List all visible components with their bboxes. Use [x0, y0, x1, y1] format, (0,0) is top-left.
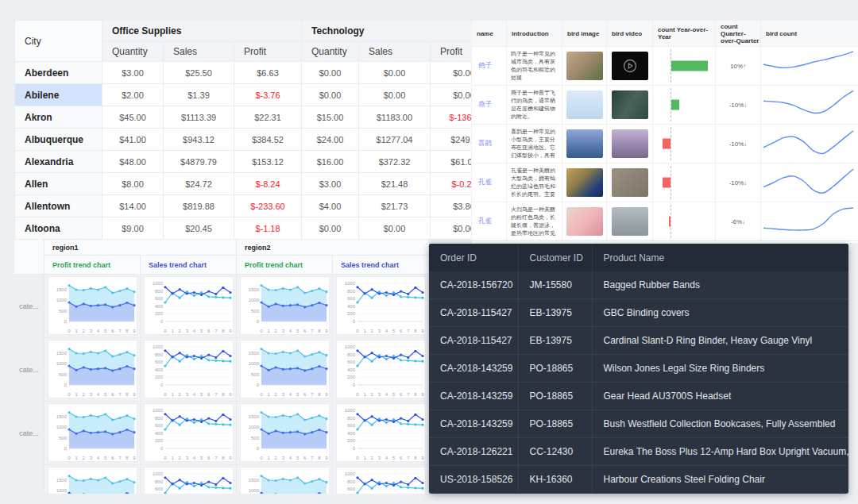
bird-video-thumbnail[interactable] — [612, 129, 648, 158]
svg-text:9: 9 — [133, 329, 136, 333]
table-row[interactable]: CA-2018-143259PO-18865Bush Westfield Col… — [429, 410, 848, 438]
arrow-down-icon: ↓ — [744, 179, 747, 187]
pivot-city-cell[interactable]: Akron — [15, 106, 102, 129]
bird-image-thumbnail[interactable] — [566, 129, 603, 158]
pivot-city-cell[interactable]: Allen — [15, 173, 102, 195]
yoy-bar — [663, 139, 671, 149]
svg-text:800: 800 — [155, 289, 164, 294]
arrow-down-icon: ↓ — [744, 140, 747, 148]
pivot-city-cell[interactable]: Albuquerque — [15, 129, 102, 151]
pivot-row: Abilene$2.00$1.39$-3.76$0.00$0.00$0.00 — [15, 84, 472, 106]
pivot-value-cell: $943.12 — [164, 129, 234, 151]
bird-image-thumbnail[interactable] — [566, 90, 603, 119]
trend-chart-cell: 0500100015000123456789 — [237, 402, 333, 465]
bird-table-panel: name introduction bird image bird video … — [471, 20, 858, 243]
table-row[interactable]: US-2018-158526KH-16360Global Leather and… — [429, 494, 848, 494]
pivot-city-cell[interactable]: Altoona — [15, 217, 102, 240]
table-row[interactable]: US-2018-158526KH-16360Harbour Creations … — [429, 466, 848, 494]
svg-text:8: 8 — [222, 456, 225, 460]
pivot-corner-header: City — [15, 21, 102, 62]
bird-image-thumbnail[interactable] — [566, 52, 603, 80]
svg-text:1: 1 — [363, 456, 366, 460]
pivot-city-cell[interactable]: Aberdeen — [15, 62, 102, 84]
bird-name-cell[interactable]: 燕子 — [472, 86, 507, 125]
pivot-city-cell[interactable]: Alexandria — [15, 151, 102, 173]
svg-text:2: 2 — [179, 392, 182, 397]
svg-text:1500: 1500 — [56, 351, 68, 356]
svg-text:0: 0 — [257, 446, 260, 451]
pivot-city-cell[interactable]: Allentown — [15, 195, 102, 217]
bird-name-cell[interactable]: 孔雀 — [472, 202, 507, 241]
table-row[interactable]: CA-2018-156720JM-15580Bagged Rubber Band… — [429, 271, 848, 299]
svg-text:600: 600 — [155, 487, 164, 491]
svg-text:4: 4 — [97, 392, 100, 397]
svg-text:1000: 1000 — [249, 488, 260, 493]
bird-name-cell[interactable]: 喜鹊 — [472, 125, 507, 164]
customer-id-cell: PO-18865 — [518, 410, 592, 438]
bird-name-cell[interactable]: 鸵鸟 — [472, 241, 507, 244]
svg-text:4: 4 — [97, 329, 100, 333]
table-row[interactable]: CA-2018-115427EB-13975GBC Binding covers — [429, 299, 848, 327]
svg-text:8: 8 — [414, 329, 417, 333]
svg-text:1000: 1000 — [345, 471, 356, 476]
product-name-cell: GBC Binding covers — [592, 299, 848, 327]
pivot-value-cell: $24.00 — [302, 129, 359, 151]
svg-text:5: 5 — [104, 456, 107, 460]
svg-text:1500: 1500 — [249, 414, 260, 419]
svg-text:0: 0 — [164, 456, 167, 460]
yoy-bar-cell — [653, 125, 716, 164]
bird-video-thumbnail[interactable] — [612, 168, 648, 197]
svg-text:6: 6 — [303, 456, 307, 460]
bird-video-thumbnail[interactable] — [612, 90, 648, 119]
qoq-cell — [716, 241, 761, 244]
bird-count-cell — [761, 125, 858, 164]
bird-introduction-cell: 鸽子是一种常见的城市鸟类，具有灰色的羽毛和粗壮的短腿 — [507, 47, 562, 86]
svg-text:9: 9 — [133, 392, 136, 397]
pivot-row: Altoona$9.00$20.45$-1.18$0.00$0.00$0.00 — [15, 217, 472, 240]
pivot-subheader-sales: Sales — [359, 42, 431, 62]
bird-image-thumbnail[interactable] — [566, 168, 603, 197]
yoy-bar — [671, 100, 679, 110]
pivot-value-cell: $0.00 — [359, 62, 431, 84]
table-row[interactable]: CA-2018-126221CC-12430Eureka The Boss Pl… — [429, 438, 848, 466]
svg-text:2: 2 — [275, 392, 278, 397]
svg-text:1500: 1500 — [56, 414, 68, 419]
svg-text:1: 1 — [75, 392, 78, 397]
bird-video-thumbnail[interactable] — [612, 207, 648, 236]
svg-text:0: 0 — [353, 383, 356, 387]
trend-chart-cell: 0500100015000123456789 — [237, 465, 333, 494]
svg-text:3: 3 — [90, 392, 93, 397]
bird-video-cell — [607, 202, 653, 241]
table-row[interactable]: CA-2018-115427EB-13975Cardinal Slant-D R… — [429, 327, 848, 355]
pivot-value-cell: $1183.00 — [359, 106, 431, 129]
pivot-value-cell: $249.5 — [431, 129, 471, 151]
svg-text:4: 4 — [193, 456, 196, 460]
birds-body: 鸽子鸽子是一种常见的城市鸟类，具有灰色的羽毛和粗壮的短腿10%↑燕子燕子是一种善… — [472, 47, 858, 244]
pivot-value-cell: $20.45 — [164, 217, 234, 240]
svg-text:8: 8 — [222, 329, 225, 333]
svg-text:3: 3 — [378, 456, 381, 460]
svg-text:7: 7 — [407, 329, 410, 333]
bird-video-thumbnail[interactable] — [612, 52, 648, 80]
svg-text:2: 2 — [179, 456, 182, 460]
svg-text:5: 5 — [392, 392, 396, 397]
svg-text:800: 800 — [347, 289, 356, 294]
category-row-label: cate... — [14, 402, 44, 465]
table-row[interactable]: CA-2018-143259PO-18865Wilson Jones Legal… — [429, 355, 848, 383]
bird-header-introduction: introduction — [507, 21, 562, 47]
svg-text:1: 1 — [171, 456, 174, 460]
bird-image-thumbnail[interactable] — [566, 207, 603, 236]
sales-trend-chart: 020040060080010000123456789 — [145, 277, 233, 334]
bird-name-cell[interactable]: 鸽子 — [472, 47, 507, 86]
svg-text:2: 2 — [83, 456, 86, 460]
pivot-city-cell[interactable]: Abilene — [15, 84, 102, 106]
yoy-bar — [671, 61, 708, 71]
bird-name-cell[interactable]: 孔雀 — [472, 164, 507, 202]
trend-chart-cell: 0500100015000123456789 — [44, 402, 141, 465]
svg-text:7: 7 — [311, 392, 314, 397]
trend-chart-cell: 020040060080010000123456789 — [141, 465, 237, 494]
pivot-value-cell: $-1.18 — [234, 217, 302, 240]
chart-card: 020040060080010000123456789 — [144, 276, 234, 335]
table-row[interactable]: CA-2018-143259PO-18865Gear Head AU3700S … — [429, 383, 848, 410]
svg-text:2: 2 — [83, 329, 86, 333]
